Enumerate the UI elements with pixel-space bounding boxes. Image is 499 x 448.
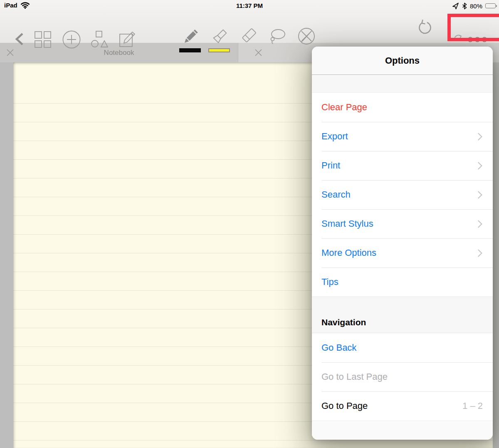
highlighter-color-swatch [208,48,230,52]
menu-item-label: Go to Last Page [321,371,483,382]
pen-tool[interactable] [178,27,202,52]
section-title: Navigation [321,317,366,327]
battery-percent: 80% [470,2,482,10]
popover-footer [312,421,493,440]
menu-item-label: Smart Stylus [321,218,476,229]
eraser-tool[interactable] [237,27,260,52]
menu-item-search[interactable]: Search [312,180,493,209]
lasso-tool[interactable] [266,27,289,52]
status-bar: iPad 11:37 PM 80% [0,0,499,12]
menu-item-label: Go Back [321,342,483,353]
pen-color-swatch [179,48,201,52]
menu-item-clear-page[interactable]: Clear Page [312,93,493,122]
eraser-tool-icon [239,27,258,47]
battery-icon [485,3,496,8]
menu-item-more-options[interactable]: More Options [312,238,493,267]
menu-item-go-to-last-page: Go to Last Page [312,362,493,391]
more-circles-icon[interactable] [467,36,487,43]
app-header: iPad 11:37 PM 80% [0,0,499,43]
highlighter-tool[interactable] [208,27,231,52]
chevron-right-icon [474,133,482,140]
shapes-icon[interactable] [90,30,109,49]
back-chevron-icon[interactable] [14,32,25,46]
page-range-value: 1 – 2 [462,401,483,411]
chevron-right-icon [474,191,482,198]
menu-item-smart-stylus[interactable]: Smart Stylus [312,209,493,238]
undo-icon[interactable] [417,19,432,35]
toolbar [0,12,499,43]
menu-item-go-back[interactable]: Go Back [312,333,493,362]
options-popover: Options Clear Page Export Print Search S… [312,47,493,440]
lasso-tool-icon [268,27,287,47]
popover-title: Options [385,55,420,66]
menu-item-label: Search [321,189,476,200]
menu-item-label: Clear Page [321,102,483,113]
bluetooth-icon [462,2,467,10]
menu-item-export[interactable]: Export [312,122,493,151]
page-grid-icon[interactable] [34,31,52,48]
pen-tool-icon [180,27,200,47]
menu-item-label: Print [321,160,476,171]
compose-icon[interactable] [119,31,137,48]
chevron-right-icon [474,220,482,228]
menu-item-label: Export [321,131,476,142]
redo-icon[interactable] [453,32,464,42]
clock: 11:37 PM [0,2,499,9]
popover-header: Options [312,47,493,75]
menu-item-label: More Options [321,248,476,258]
menu-item-go-to-page[interactable]: Go to Page 1 – 2 [312,391,493,421]
menu-item-tips[interactable]: Tips [312,267,493,297]
section-spacer [312,75,493,93]
menu-item-label: Go to Page [321,401,462,411]
add-page-icon[interactable] [62,30,81,49]
chevron-right-icon [474,162,482,169]
navigation-section-header: Navigation [312,297,493,333]
no-stylus-tool-icon [297,27,316,47]
chevron-right-icon [474,249,482,257]
location-icon [452,2,459,10]
menu-item-label: Tips [321,277,483,287]
highlighter-tool-icon [210,27,229,47]
menu-item-print[interactable]: Print [312,151,493,180]
